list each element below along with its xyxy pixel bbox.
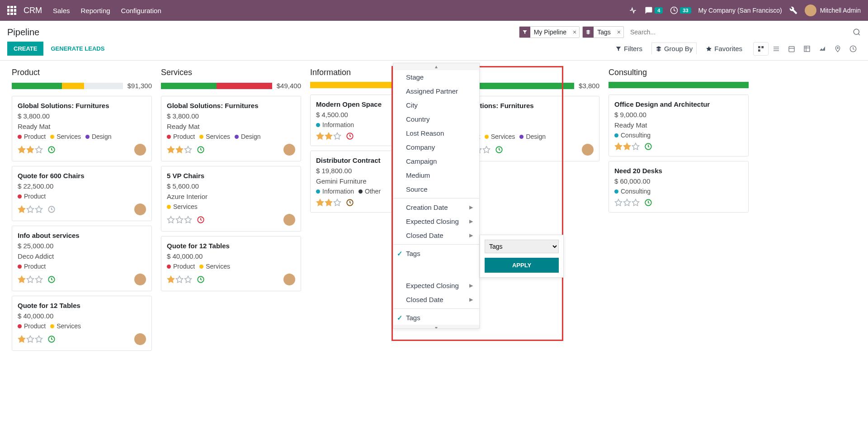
debug-icon[interactable] <box>789 6 797 14</box>
column-title: Services <box>161 68 301 77</box>
groupby-item[interactable]: Expected Closing▶ <box>393 279 479 293</box>
groupby-item[interactable]: Assigned Partner <box>393 84 479 98</box>
generate-leads-button[interactable]: GENERATE LEADS <box>51 45 104 52</box>
apply-button[interactable]: APPLY <box>485 258 559 273</box>
tag: Design <box>85 133 112 140</box>
groupby-item[interactable]: Country <box>393 112 479 126</box>
view-list[interactable] <box>769 42 784 56</box>
card-amount: $ 22,500.00 <box>18 182 146 190</box>
card-customer: Deco Addict <box>18 252 146 260</box>
scroll-up[interactable]: ▲ <box>393 63 479 70</box>
view-pivot[interactable] <box>799 42 815 56</box>
facet-remove[interactable]: × <box>614 28 623 36</box>
groupby-item[interactable]: Closed Date▶ <box>393 293 479 307</box>
search-icon[interactable] <box>853 28 861 36</box>
support-icon[interactable] <box>628 6 637 15</box>
messages-badge: 4 <box>655 7 663 14</box>
kanban-card[interactable]: Quote for 600 Chairs $ 22,500.00 Product <box>12 166 152 221</box>
messages-icon[interactable]: 4 <box>645 6 663 14</box>
groupby-item[interactable]: City <box>393 98 479 112</box>
view-calendar[interactable] <box>784 42 799 56</box>
kanban-card[interactable]: Quote for 12 Tables $ 40,000.00 ProductS… <box>161 236 301 291</box>
column-title: Consulting <box>609 68 749 77</box>
view-switcher <box>753 42 861 56</box>
tag: Services <box>199 263 230 270</box>
priority-stars[interactable] <box>614 199 640 207</box>
priority-stars[interactable] <box>614 142 640 151</box>
priority-stars[interactable] <box>316 199 341 207</box>
assignee-avatar[interactable] <box>283 214 295 226</box>
view-map[interactable] <box>830 42 845 56</box>
search-input[interactable] <box>627 27 717 38</box>
groupby-item-tags[interactable]: Tags <box>393 311 479 325</box>
progress-bar[interactable] <box>161 83 272 89</box>
priority-stars[interactable] <box>167 275 192 284</box>
menu-reporting[interactable]: Reporting <box>81 7 110 14</box>
tag: Services <box>199 133 230 140</box>
assignee-avatar[interactable] <box>134 144 146 156</box>
control-panel: Pipeline My Pipeline × Tags × CREATE GEN… <box>0 21 868 61</box>
apps-icon[interactable] <box>7 6 16 15</box>
priority-stars[interactable] <box>167 216 192 224</box>
card-title: Office Design and Architectur <box>614 100 743 108</box>
priority-stars[interactable] <box>18 275 43 284</box>
groupby-item[interactable]: Company <box>393 140 479 154</box>
groupby-item[interactable]: Closed Date▶ <box>393 228 479 242</box>
menu-configuration[interactable]: Configuration <box>121 7 161 14</box>
facet-tags: Tags × <box>582 26 624 38</box>
kanban-card[interactable]: Office Design and Architectur $ 9,000.00… <box>609 95 749 156</box>
kanban-card[interactable]: Info about services $ 25,000.00 Deco Add… <box>12 226 152 291</box>
card-amount: $ 40,000.00 <box>167 252 295 260</box>
assignee-avatar[interactable] <box>134 274 146 285</box>
view-graph[interactable] <box>815 42 830 56</box>
user-avatar <box>805 5 816 16</box>
groupby-item[interactable]: Medium <box>393 168 479 182</box>
card-title: Global Solutions: Furnitures <box>18 102 146 109</box>
progress-bar[interactable] <box>12 83 123 89</box>
groupby-item[interactable]: Campaign <box>393 154 479 168</box>
card-title: Quote for 12 Tables <box>18 302 146 309</box>
brand[interactable]: CRM <box>24 6 42 15</box>
assignee-avatar[interactable] <box>582 144 594 156</box>
card-title: Global Solutions: Furnitures <box>167 102 295 109</box>
assignee-avatar[interactable] <box>134 333 146 345</box>
progress-bar[interactable] <box>609 82 749 88</box>
filters-toggle[interactable]: Filters <box>615 45 642 52</box>
groupby-item[interactable]: Stage <box>393 70 479 84</box>
kanban-card[interactable]: Quote for 12 Tables $ 40,000.00 ProductS… <box>12 296 152 351</box>
tag: Services <box>50 322 81 330</box>
kanban-card[interactable]: Need 20 Desks $ 60,000.00 Consulting <box>609 161 749 213</box>
groupby-toggle[interactable]: Group By <box>651 43 697 55</box>
priority-stars[interactable] <box>167 146 192 154</box>
groupby-item[interactable]: Creation Date▶ <box>393 200 479 214</box>
card-amount: $ 5,600.00 <box>167 182 295 190</box>
groupby-item[interactable]: Source <box>393 182 479 196</box>
facet-remove[interactable]: × <box>570 28 579 36</box>
priority-stars[interactable] <box>18 335 43 343</box>
favorites-toggle[interactable]: Favorites <box>706 45 742 52</box>
card-customer: Ready Mat <box>167 123 295 130</box>
view-kanban[interactable] <box>753 42 769 56</box>
kanban-card[interactable]: Global Solutions: Furnitures $ 3,800.00 … <box>12 96 152 161</box>
filter-icon <box>519 27 530 38</box>
priority-stars[interactable] <box>18 146 43 154</box>
scroll-down[interactable]: ▼ <box>393 325 479 329</box>
groupby-item[interactable]: Lost Reason <box>393 126 479 140</box>
groupby-item-tags[interactable]: Tags <box>393 246 479 260</box>
create-button[interactable]: CREATE <box>7 42 43 56</box>
assignee-avatar[interactable] <box>283 274 295 285</box>
view-activity[interactable] <box>845 42 861 56</box>
kanban-card[interactable]: Global Solutions: Furnitures $ 3,800.00 … <box>161 96 301 161</box>
menu-sales[interactable]: Sales <box>53 7 70 14</box>
user-menu[interactable]: Mitchell Admin <box>805 5 861 16</box>
priority-stars[interactable] <box>18 205 43 213</box>
card-amount: $ 3,800.00 <box>18 112 146 120</box>
custom-group-select[interactable]: Tags <box>485 240 559 253</box>
assignee-avatar[interactable] <box>283 144 295 156</box>
groupby-item[interactable]: Expected Closing▶ <box>393 214 479 228</box>
kanban-card[interactable]: 5 VP Chairs $ 5,600.00 Azure Interior Se… <box>161 166 301 232</box>
company-selector[interactable]: My Company (San Francisco) <box>698 7 782 14</box>
priority-stars[interactable] <box>316 132 341 140</box>
activities-icon[interactable]: 33 <box>670 6 691 14</box>
assignee-avatar[interactable] <box>134 203 146 215</box>
